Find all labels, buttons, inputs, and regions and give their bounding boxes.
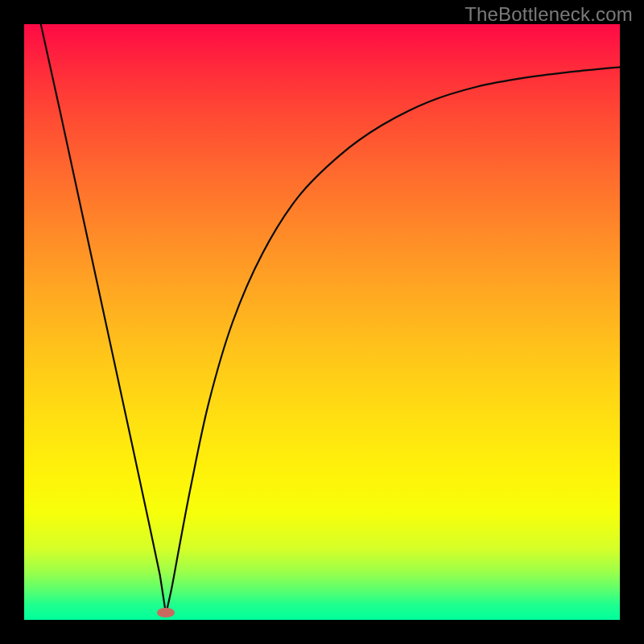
minimum-marker <box>157 608 175 617</box>
chart-container: TheBottleneck.com <box>0 0 644 644</box>
curve-svg <box>24 24 620 620</box>
attribution-label: TheBottleneck.com <box>464 3 633 26</box>
plot-area <box>24 24 620 620</box>
bottleneck-curve <box>41 24 620 614</box>
